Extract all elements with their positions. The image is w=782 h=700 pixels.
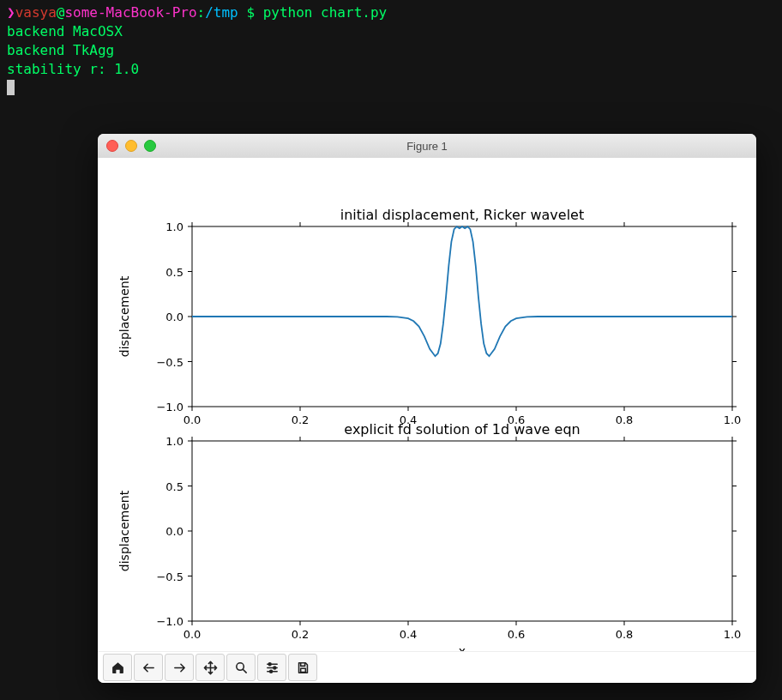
svg-text:displacement: displacement bbox=[117, 490, 131, 571]
figure-window[interactable]: Figure 1 −1.0−0.50.00.51.00.00.20.40.60.… bbox=[98, 134, 756, 683]
prompt-user: vasya bbox=[15, 4, 57, 21]
plot-svg: −1.0−0.50.00.51.00.00.20.40.60.81.0initi… bbox=[98, 158, 756, 652]
svg-text:initial displacement, Ricker w: initial displacement, Ricker wavelet bbox=[340, 207, 584, 223]
terminal-cursor-line bbox=[7, 79, 775, 98]
svg-text:0.6: 0.6 bbox=[508, 628, 526, 641]
figure-toolbar bbox=[98, 651, 756, 683]
prompt-host: some-MacBook-Pro bbox=[64, 4, 196, 21]
svg-text:−1.0: −1.0 bbox=[156, 401, 183, 413]
prompt-cwd: /tmp bbox=[205, 4, 238, 21]
terminal-prompt-line: ❯vasya@some-MacBook-Pro:/tmp $ python ch… bbox=[7, 3, 775, 22]
home-icon bbox=[111, 661, 125, 675]
svg-rect-77 bbox=[300, 668, 305, 672]
pan-button[interactable] bbox=[196, 654, 225, 681]
sliders-icon bbox=[265, 661, 280, 675]
svg-text:1.0: 1.0 bbox=[165, 220, 183, 233]
svg-text:−0.5: −0.5 bbox=[156, 570, 183, 583]
svg-text:0.2: 0.2 bbox=[292, 413, 310, 426]
arrow-left-icon bbox=[141, 661, 156, 675]
prompt-command: python chart.py bbox=[263, 4, 388, 21]
svg-text:displacement: displacement bbox=[117, 275, 131, 357]
svg-text:0.4: 0.4 bbox=[400, 628, 418, 641]
terminal[interactable]: ❯vasya@some-MacBook-Pro:/tmp $ python ch… bbox=[0, 0, 782, 100]
prompt-at: @ bbox=[57, 4, 65, 21]
window-title: Figure 1 bbox=[98, 140, 756, 153]
forward-button[interactable] bbox=[165, 654, 194, 681]
window-titlebar[interactable]: Figure 1 bbox=[98, 134, 756, 159]
svg-text:explicit fd solution of 1d wav: explicit fd solution of 1d wave eqn bbox=[344, 421, 580, 438]
save-icon bbox=[296, 661, 310, 675]
svg-text:1.0: 1.0 bbox=[165, 435, 183, 448]
svg-text:1.0: 1.0 bbox=[724, 413, 742, 426]
svg-point-76 bbox=[269, 670, 272, 673]
figure-canvas[interactable]: −1.0−0.50.00.51.00.00.20.40.60.81.0initi… bbox=[98, 158, 756, 652]
move-icon bbox=[203, 661, 218, 675]
svg-text:0.0: 0.0 bbox=[183, 628, 202, 641]
svg-text:0.0: 0.0 bbox=[165, 525, 183, 538]
home-button[interactable] bbox=[103, 654, 132, 681]
svg-text:0.2: 0.2 bbox=[292, 628, 310, 641]
prompt-dollar: $ bbox=[246, 4, 255, 21]
back-button[interactable] bbox=[134, 654, 163, 681]
svg-point-74 bbox=[268, 662, 271, 665]
terminal-output-line: backend MacOSX bbox=[7, 22, 775, 41]
svg-text:−1.0: −1.0 bbox=[156, 615, 183, 628]
svg-text:−0.5: −0.5 bbox=[156, 356, 183, 369]
terminal-output-line: backend TkAgg bbox=[7, 41, 775, 60]
svg-text:0.8: 0.8 bbox=[616, 413, 634, 426]
magnifier-icon bbox=[234, 661, 249, 675]
cursor-icon bbox=[7, 80, 15, 95]
arrow-right-icon bbox=[172, 661, 187, 675]
svg-text:0.0: 0.0 bbox=[165, 311, 183, 323]
svg-text:0.5: 0.5 bbox=[165, 266, 183, 279]
svg-text:1.0: 1.0 bbox=[724, 628, 742, 641]
prompt-arrow: ❯ bbox=[7, 4, 15, 21]
svg-rect-36 bbox=[192, 441, 732, 621]
prompt-colon: : bbox=[197, 4, 206, 21]
svg-text:0.8: 0.8 bbox=[616, 628, 634, 641]
svg-point-75 bbox=[273, 667, 275, 669]
zoom-button[interactable] bbox=[226, 654, 256, 681]
save-button[interactable] bbox=[288, 654, 317, 681]
svg-text:0.0: 0.0 bbox=[183, 413, 202, 426]
terminal-output-line: stability r: 1.0 bbox=[7, 60, 775, 79]
svg-text:0.5: 0.5 bbox=[165, 480, 183, 493]
configure-button[interactable] bbox=[257, 654, 286, 681]
